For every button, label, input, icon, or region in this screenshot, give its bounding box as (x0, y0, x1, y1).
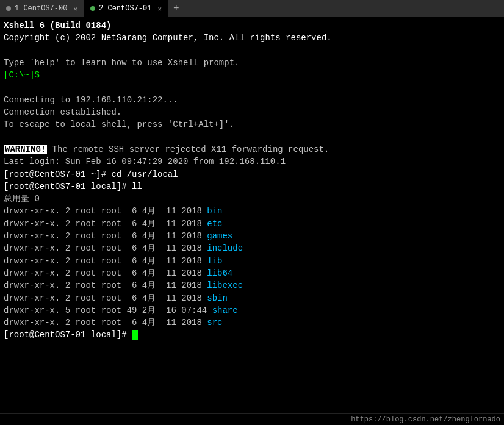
line-connecting: Connecting to 192.168.110.21:22... (4, 94, 500, 106)
dirline-games: drwxr-xr-x. 2 root root 6 4月 11 2018 gam… (4, 230, 500, 242)
dirline-lib64: drwxr-xr-x. 2 root root 6 4月 11 2018 lib… (4, 267, 500, 279)
line-blank3 (4, 131, 500, 143)
tab-centos7-00[interactable]: 1 CentOS7-00 ✕ (0, 0, 84, 17)
line-lastlogin: Last login: Sun Feb 16 09:47:29 2020 fro… (4, 155, 500, 168)
dirline-sbin: drwxr-xr-x. 2 root root 6 4月 11 2018 sbi… (4, 292, 500, 304)
dirline-src: drwxr-xr-x. 2 root root 6 4月 11 2018 src (4, 316, 500, 329)
line-title: Xshell 6 (Build 0184) (4, 20, 500, 32)
tab-status-dot-active (90, 6, 95, 11)
line-copyright: Copyright (c) 2002 NetSarang Computer, I… (4, 32, 500, 44)
line-ll-cmd: [root@CentOS7-01 local]# ll (4, 180, 500, 193)
dirline-libexec: drwxr-xr-x. 2 root root 6 4月 11 2018 lib… (4, 279, 500, 291)
line-blank1 (4, 45, 500, 57)
tab-add-button[interactable]: + (168, 0, 184, 17)
line-total: 总用量 0 (4, 193, 500, 205)
tab-label-active: 2 CentOS7-01 (99, 4, 151, 13)
dirline-etc: drwxr-xr-x. 2 root root 6 4月 11 2018 etc (4, 218, 500, 230)
tab-close-icon[interactable]: ✕ (73, 5, 77, 13)
tab-label: 1 CentOS7-00 (15, 4, 67, 13)
tab-close-icon-active[interactable]: ✕ (157, 5, 162, 13)
line-help: Type `help' to learn how to use Xshell p… (4, 57, 500, 69)
line-prompt-local: [C:\~]$ (4, 69, 500, 81)
line-blank2 (4, 81, 500, 93)
warning-badge: WARNING! (4, 145, 47, 154)
line-final-prompt[interactable]: [root@CentOS7-01 local]# (4, 329, 500, 341)
tab-status-dot (6, 6, 11, 11)
footer-url: https://blog.csdn.net/zhengTornado (351, 415, 500, 424)
line-escape: To escape to local shell, press 'Ctrl+Al… (4, 118, 500, 130)
terminal: Xshell 6 (Build 0184) Copyright (c) 2002… (0, 17, 504, 413)
tab-bar: 1 CentOS7-00 ✕ 2 CentOS7-01 ✕ + (0, 0, 504, 17)
footer: https://blog.csdn.net/zhengTornado (0, 413, 504, 425)
line-warning: WARNING! The remote SSH server rejected … (4, 143, 500, 155)
line-cd-cmd: [root@CentOS7-01 ~]# cd /usr/local (4, 168, 500, 180)
dirline-bin: drwxr-xr-x. 2 root root 6 4月 11 2018 bin (4, 205, 500, 217)
dirline-share: drwxr-xr-x. 5 root root 49 2月 16 07:44 s… (4, 304, 500, 316)
dirline-lib: drwxr-xr-x. 2 root root 6 4月 11 2018 lib (4, 255, 500, 267)
line-conn-established: Connection established. (4, 106, 500, 118)
dirline-include: drwxr-xr-x. 2 root root 6 4月 11 2018 inc… (4, 242, 500, 254)
tab-centos7-01[interactable]: 2 CentOS7-01 ✕ (84, 0, 168, 17)
cursor (132, 330, 138, 340)
